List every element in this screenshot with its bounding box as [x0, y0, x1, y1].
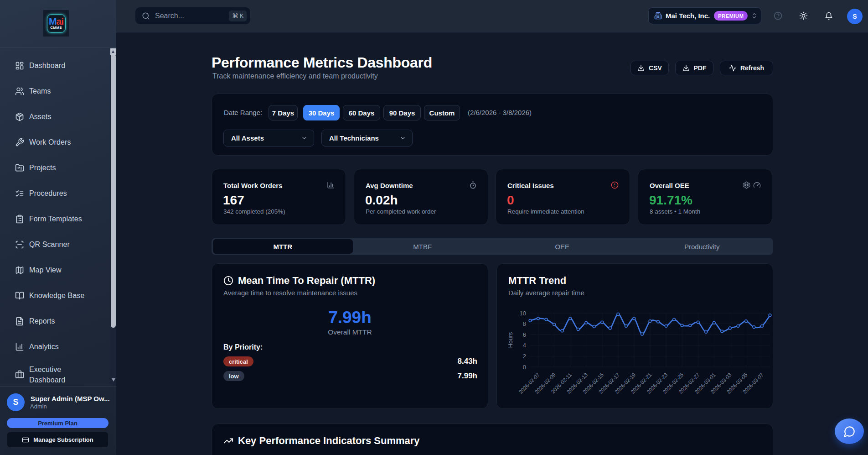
- svg-text:Hours: Hours: [507, 332, 514, 348]
- svg-text:4: 4: [523, 342, 526, 349]
- svg-text:10: 10: [520, 310, 526, 317]
- svg-text:8: 8: [523, 320, 526, 327]
- svg-text:6: 6: [523, 331, 526, 338]
- svg-text:0: 0: [523, 364, 526, 371]
- svg-text:2: 2: [523, 353, 526, 360]
